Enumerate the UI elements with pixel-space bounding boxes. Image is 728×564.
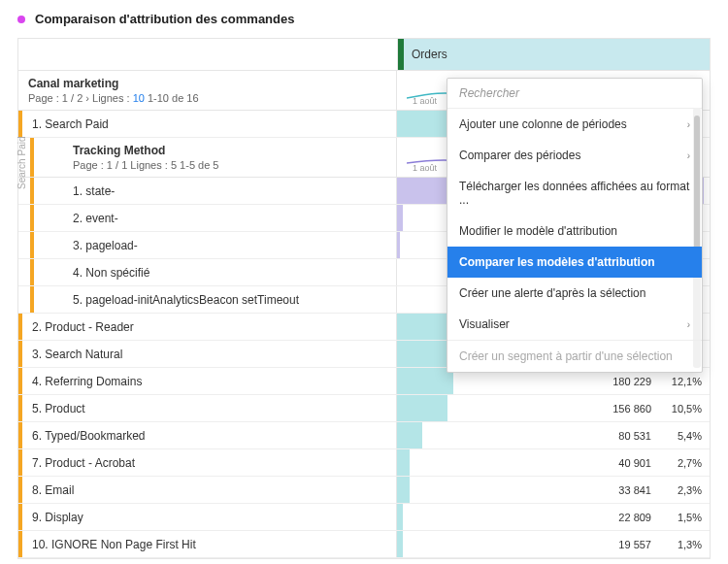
row-pct: 1,3% [678,539,702,550]
chevron-right-icon: › [687,319,690,330]
metric-column-header[interactable]: Orders [398,39,710,70]
table-row[interactable]: 8. Email33 8412,3% [18,477,710,504]
row-value: 19 557 [618,539,651,550]
menu-item-compare-attribution[interactable]: Comparer les modèles d'attribution [447,247,702,278]
table-row[interactable]: 7. Product - Acrobat40 9012,7% [18,449,710,477]
context-menu: Rechercher Ajouter une colonne de périod… [447,78,703,373]
row-pct: 12,1% [672,376,702,387]
dimension-paging: Page : 1 / 2 › Lignes : 10 1-10 de 16 [28,92,386,104]
row-label: 5. Product [18,395,397,421]
table-row[interactable]: 5. Product156 86010,5% [18,395,710,422]
row-value: 22 809 [618,512,651,523]
table-row[interactable]: 10. IGNORE Non Page First Hit19 5571,3% [18,531,710,558]
row-bar [397,205,403,231]
row-bar [397,395,447,421]
row-label: 6. Typed/Bookmarked [18,422,397,448]
page-size-selector[interactable]: 10 [133,92,145,104]
row-label: 1. Search Paid [18,111,397,137]
row-pct: 5,4% [678,430,702,442]
sub-spark-date: 1 août [413,163,437,173]
menu-item-compare-periods[interactable]: Comparer des périodes› [447,140,702,171]
row-label: 4. Non spécifié [30,259,397,285]
row-label: 4. Referring Domains [18,368,397,394]
row-pct: 1,5% [678,512,702,523]
menu-search-input[interactable]: Rechercher [447,79,702,109]
dimension-name[interactable]: Canal marketing [28,77,386,90]
menu-item-add-period-column[interactable]: Ajouter une colonne de périodes› [447,109,702,140]
row-value: 180 229 [612,376,651,387]
panel-title: Comparaison d'attribution des commandes [35,12,294,26]
menu-item-edit-attribution[interactable]: Modifier le modèle d'attribution [447,216,702,247]
row-pct: 2,3% [678,484,702,496]
menu-item-download-data[interactable]: Télécharger les données affichées au for… [447,171,702,216]
row-label: 3. Search Natural [18,341,397,367]
table-row[interactable]: 6. Typed/Bookmarked80 5315,4% [18,422,710,449]
panel-color-dot [17,16,25,23]
menu-item-visualize[interactable]: Visualiser› [447,309,702,340]
row-bar [397,368,453,394]
row-label: 10. IGNORE Non Page First Hit [18,531,397,557]
row-label: 9. Display [18,504,397,530]
row-label: 2. event- [30,205,397,231]
row-value: 40 901 [618,457,651,469]
sub-page-size-selector[interactable]: 5 [171,159,177,171]
row-bar [397,531,403,557]
row-label: 8. Email [18,477,397,503]
menu-item-create-alert[interactable]: Créer une alerte d'après la sélection [447,278,702,309]
row-value: 156 860 [612,403,651,415]
row-bar [397,422,422,448]
breakdown-vertical-label: Search Paid [17,137,27,189]
row-bar [397,504,403,530]
menu-item-create-segment[interactable]: Créer un segment à partir d'une sélectio… [447,340,702,372]
chevron-right-icon: › [687,119,690,130]
row-pct: 2,7% [678,457,702,469]
row-label: 2. Product - Reader [18,314,397,340]
row-value: 33 841 [618,484,651,496]
row-bar [397,232,400,258]
row-label: 3. pageload- [30,232,397,258]
row-bar [397,477,410,503]
sub-dimension-paging: Page : 1 / 1 Lignes : 5 1-5 de 5 [73,159,386,171]
spark-date: 1 août [413,96,437,106]
chevron-right-icon: › [687,150,690,161]
dimension-column-header [18,39,398,70]
metric-name: Orders [412,48,447,61]
table-row[interactable]: 9. Display22 8091,5% [18,504,710,531]
row-label: 7. Product - Acrobat [18,449,397,476]
row-pct: 10,5% [672,403,702,415]
row-bar [397,449,410,476]
row-label: 1. state- [30,178,397,204]
row-value: 80 531 [618,430,651,442]
row-label: 5. pageload-initAnalyticsBeacon setTimeo… [30,286,397,313]
column-drag-handle[interactable] [398,39,404,70]
sub-dimension-name[interactable]: Tracking Method [73,144,386,157]
